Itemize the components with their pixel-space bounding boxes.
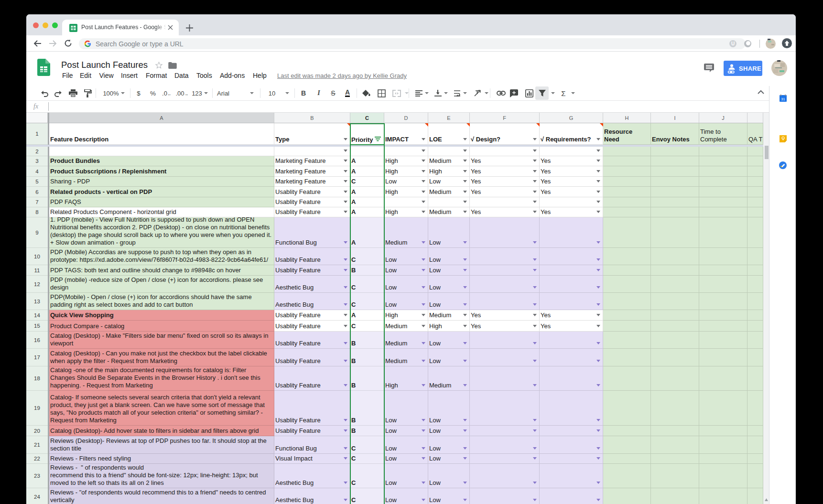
svg-text:31: 31 [781, 97, 785, 101]
